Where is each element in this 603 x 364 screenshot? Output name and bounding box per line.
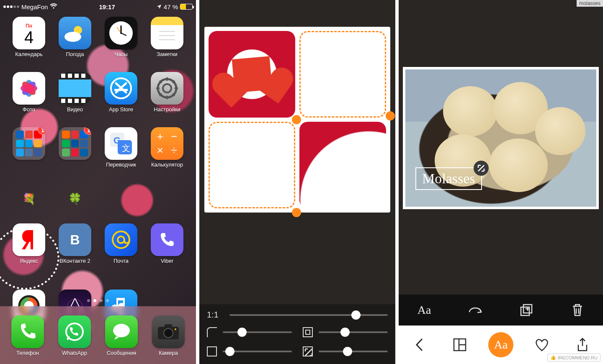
battery-pct: 47 % [164, 3, 178, 10]
phone-icon [11, 315, 44, 348]
app-calculator[interactable]: +− ×÷ Калькулятор [144, 127, 190, 182]
translate-icon: G文 [105, 127, 137, 160]
weather-icon [59, 17, 91, 49]
app-calendar[interactable]: Пн 4 Календарь [6, 17, 52, 72]
svg-point-45 [118, 236, 124, 243]
collage-cell-1[interactable] [209, 31, 295, 118]
resize-handle-icon[interactable] [474, 161, 489, 176]
location-icon [157, 3, 162, 10]
app-mail[interactable]: Почта [98, 223, 144, 293]
heart-cookie [232, 56, 272, 93]
app-photos[interactable]: Фото [6, 72, 52, 127]
mail-icon [105, 223, 137, 256]
app-vk[interactable]: В ВКонтакте 2 [52, 223, 98, 293]
dock-whatsapp[interactable]: WhatsApp [58, 315, 91, 356]
svg-point-6 [120, 32, 122, 34]
svg-rect-23 [75, 74, 79, 78]
vk-icon: В [59, 223, 91, 256]
app-translate[interactable]: G文 Переводчик [98, 127, 144, 182]
cookie-3 [535, 107, 585, 155]
svg-rect-20 [59, 79, 91, 97]
slider-panel: 1:1 [199, 304, 395, 364]
svg-rect-57 [165, 324, 172, 328]
app-videos[interactable]: Видео [52, 72, 98, 127]
svg-rect-26 [68, 99, 72, 103]
signal-dots [3, 5, 19, 8]
clock-time: 19:17 [57, 3, 156, 10]
spacing-slider[interactable] [223, 351, 292, 352]
clock-icon [105, 17, 137, 49]
gear-icon [151, 72, 183, 105]
svg-point-59 [175, 328, 176, 330]
messages-icon [105, 315, 138, 348]
back-button[interactable] [407, 332, 432, 357]
corner-radius-icon [207, 327, 217, 337]
resize-handle-center[interactable] [292, 115, 301, 124]
app-folder-2[interactable]: 1 [52, 127, 98, 182]
collage-cell-3[interactable] [209, 122, 295, 208]
dock-messages[interactable]: Сообщения [105, 315, 138, 356]
corner-radius-slider[interactable] [223, 331, 292, 333]
app-folder-1[interactable]: 1 [6, 127, 52, 182]
text-toolbar: Aa [399, 295, 603, 326]
camera-icon [152, 315, 185, 348]
app-yandex[interactable]: Яндекс [6, 223, 52, 293]
svg-point-44 [113, 231, 129, 248]
whatsapp-icon [58, 315, 91, 348]
app-notes[interactable]: Заметки [144, 17, 190, 72]
bouquet-icon: 💐 [13, 182, 45, 215]
collage-cell-2[interactable] [299, 31, 386, 118]
folder-icon: 1 [13, 127, 45, 160]
text-tool-button[interactable]: Aa [488, 332, 513, 357]
calculator-icon: +− ×÷ [151, 127, 183, 160]
resize-handle-right[interactable] [386, 111, 395, 120]
svg-rect-25 [61, 99, 65, 103]
svg-rect-24 [81, 74, 85, 78]
photo-canvas[interactable]: Molasses [403, 67, 599, 209]
layout-button[interactable] [447, 332, 472, 357]
app-appstore[interactable]: App Store [98, 72, 144, 127]
caption-tag: molasses [577, 0, 603, 7]
scale-slider[interactable] [319, 351, 388, 352]
collage-canvas[interactable] [204, 27, 390, 213]
spacing-icon [207, 346, 217, 356]
aspect-slider[interactable] [229, 314, 388, 316]
app-settings[interactable]: Настройки [144, 72, 190, 127]
resize-handle-bottom[interactable] [292, 208, 301, 217]
videos-icon [59, 72, 91, 105]
text-overlay[interactable]: Molasses [415, 167, 482, 190]
delete-button[interactable] [564, 300, 591, 320]
aspect-slider-row: 1:1 [207, 310, 388, 320]
viber-icon [151, 223, 183, 256]
svg-text:文: 文 [122, 144, 130, 153]
photos-icon [13, 72, 45, 105]
text-editor: molasses Molasses Aa [399, 0, 603, 364]
watermark: 👍 IRECOMMEND.RU [547, 354, 600, 361]
svg-point-31 [163, 84, 171, 92]
font-button[interactable]: Aa [411, 300, 438, 320]
svg-point-55 [113, 324, 130, 337]
app-viber[interactable]: Viber [144, 223, 190, 293]
notes-icon [151, 17, 183, 49]
app-clock[interactable]: Часы [98, 17, 144, 72]
collage-cell-4[interactable] [299, 122, 386, 208]
carrier-label: MegaFon [21, 3, 48, 10]
svg-point-1 [64, 32, 81, 42]
dock: Телефон WhatsApp Сообщения Камера [0, 306, 196, 364]
svg-rect-22 [68, 74, 72, 78]
duplicate-button[interactable] [513, 300, 540, 320]
dock-phone[interactable]: Телефон [11, 315, 44, 356]
status-bar: MegaFon 19:17 47 % [0, 0, 196, 13]
svg-point-58 [164, 328, 173, 338]
dock-camera[interactable]: Камера [152, 315, 185, 356]
yandex-icon [13, 223, 45, 256]
border-thickness-slider[interactable] [319, 331, 388, 333]
thumbs-up-icon: 👍 [550, 355, 556, 360]
page-indicator[interactable] [0, 297, 196, 305]
wifi-icon [50, 3, 57, 10]
calendar-icon: Пн 4 [13, 17, 45, 49]
svg-text:G: G [113, 135, 121, 146]
app-weather[interactable]: Погода [52, 17, 98, 72]
rotate-button[interactable] [462, 300, 489, 320]
svg-rect-27 [75, 99, 79, 103]
